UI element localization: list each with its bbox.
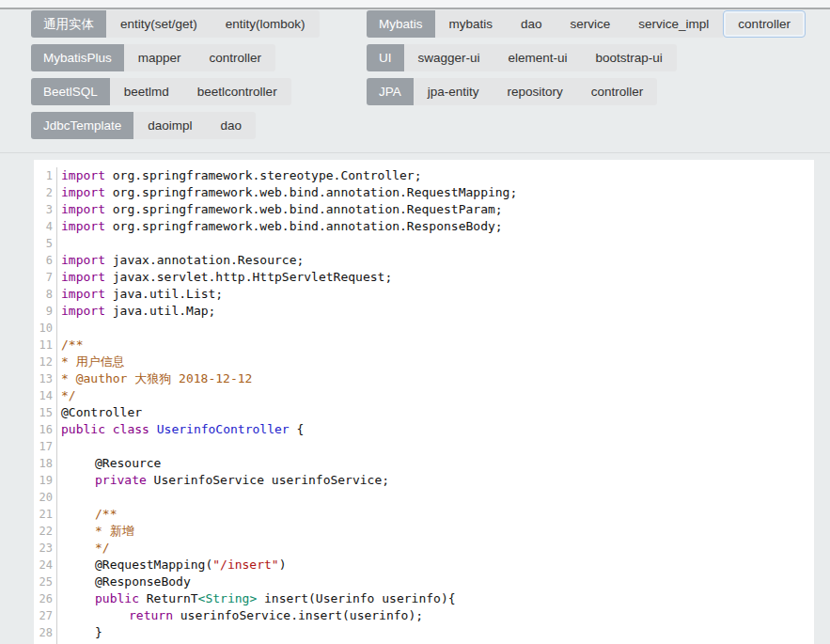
code-text: */ <box>57 387 76 404</box>
code-text: @Controller <box>57 404 142 421</box>
code-text: public class UserinfoController { <box>57 421 304 438</box>
line-number: 3 <box>34 201 57 218</box>
template-button-beetlsql-beetlmd[interactable]: beetlmd <box>110 78 183 105</box>
group-label-jpa: JPA <box>367 78 414 105</box>
code-text: import org.springframework.stereotype.Co… <box>57 167 422 184</box>
line-number: 9 <box>34 303 57 320</box>
line-number: 6 <box>34 252 57 269</box>
line-number: 5 <box>34 235 57 252</box>
code-text: return userinfoService.insert(userinfo); <box>57 607 423 624</box>
group-label-beetlsql: BeetlSQL <box>31 78 110 105</box>
code-line: 12* 用户信息 <box>34 353 814 370</box>
code-text <box>57 235 61 252</box>
group-label-ui: UI <box>367 44 404 71</box>
template-button-mybatis-dao[interactable]: dao <box>507 10 556 38</box>
code-line: 10 <box>34 320 814 337</box>
code-text: import org.springframework.web.bind.anno… <box>57 218 503 235</box>
code-line: 2import org.springframework.web.bind.ann… <box>34 184 814 201</box>
code-text: @Resource <box>57 455 161 472</box>
template-button-jdbctemplate-daoimpl[interactable]: daoimpl <box>133 112 206 139</box>
code-line: 17 <box>34 438 814 455</box>
code-text: * @author 大狼狗 2018-12-12 <box>57 370 252 387</box>
line-number: 2 <box>34 184 57 201</box>
code-text <box>57 438 61 455</box>
code-text: private UserinfoService userinfoService; <box>57 472 389 489</box>
line-number: 16 <box>34 421 57 438</box>
code-line: 1import org.springframework.stereotype.C… <box>34 167 814 184</box>
code-line: 24 @RequestMapping("/insert") <box>34 557 814 573</box>
code-text: */ <box>57 540 110 557</box>
code-line: 14*/ <box>34 387 814 404</box>
code-line: 21 /** <box>34 506 814 523</box>
top-strip <box>0 0 830 9</box>
code-line: 15@Controller <box>34 404 814 421</box>
code-line: 18 @Resource <box>34 455 814 472</box>
code-line: 8import java.util.List; <box>34 286 814 303</box>
group-label-通用实体: 通用实体 <box>31 10 106 38</box>
line-number: 19 <box>34 472 57 489</box>
code-line: 20 <box>34 489 814 506</box>
line-number: 15 <box>34 404 57 421</box>
template-group-ui: UIswagger-uielement-uibootstrap-ui <box>367 44 677 71</box>
template-button-ui-element-ui[interactable]: element-ui <box>494 44 582 71</box>
line-number: 22 <box>34 523 57 540</box>
code-text: import org.springframework.web.bind.anno… <box>57 184 517 201</box>
code-line: 9import java.util.Map; <box>34 303 814 320</box>
code-text: import javax.servlet.http.HttpServletReq… <box>57 269 392 286</box>
line-number: 8 <box>34 286 57 303</box>
code-line: 23 */ <box>34 540 814 557</box>
group-label-mybatis: Mybatis <box>367 10 435 38</box>
template-button-mybatis-service-impl[interactable]: service_impl <box>624 10 723 38</box>
line-number: 25 <box>34 573 57 590</box>
code-text <box>57 489 61 506</box>
template-button-beetlsql-beetlcontroller[interactable]: beetlcontroller <box>183 78 291 105</box>
code-panel[interactable]: 1import org.springframework.stereotype.C… <box>34 160 814 644</box>
template-button-通用实体-entity-lombok-[interactable]: entity(lombok) <box>211 10 320 38</box>
template-button-ui-bootstrap-ui[interactable]: bootstrap-ui <box>582 44 677 71</box>
template-button-ui-swagger-ui[interactable]: swagger-ui <box>404 44 494 71</box>
code-text: import java.util.List; <box>57 286 223 303</box>
template-button-mybatis-mybatis[interactable]: mybatis <box>435 10 508 38</box>
line-number: 28 <box>34 624 57 641</box>
template-button-通用实体-entity-set-get-[interactable]: entity(set/get) <box>106 10 211 38</box>
template-group-beetlsql: BeetlSQLbeetlmdbeetlcontroller <box>31 78 291 105</box>
template-button-jpa-jpa-entity[interactable]: jpa-entity <box>414 78 493 105</box>
group-label-jdbctemplate: JdbcTemplate <box>31 112 133 139</box>
line-number: 7 <box>34 269 57 286</box>
line-number: 11 <box>34 337 57 353</box>
line-number: 14 <box>34 387 57 404</box>
template-button-mybatis-controller[interactable]: controller <box>723 10 806 38</box>
line-number: 27 <box>34 607 57 624</box>
code-line: 26 public ReturnT<String> insert(Userinf… <box>34 590 814 607</box>
template-button-jdbctemplate-dao[interactable]: dao <box>207 112 257 139</box>
code-text: * 新增 <box>57 523 134 540</box>
code-text: import java.util.Map; <box>57 303 215 320</box>
code-line: 19 private UserinfoService userinfoServi… <box>34 472 814 489</box>
template-button-mybatis-service[interactable]: service <box>556 10 625 38</box>
line-number: 4 <box>34 218 57 235</box>
code-text: import org.springframework.web.bind.anno… <box>57 201 503 218</box>
template-button-mybatisplus-mapper[interactable]: mapper <box>124 44 196 71</box>
line-number: 13 <box>34 370 57 387</box>
template-button-jpa-repository[interactable]: repository <box>493 78 577 105</box>
code-line: 13* @author 大狼狗 2018-12-12 <box>34 370 814 387</box>
line-number: 20 <box>34 489 57 506</box>
line-number: 23 <box>34 540 57 557</box>
template-group-mybatisplus: MybatisPlusmappercontroller <box>31 44 275 71</box>
template-groups-left-column: 通用实体entity(set/get)entity(lombok)Mybatis… <box>31 10 320 139</box>
line-number: 1 <box>34 167 57 184</box>
group-label-mybatisplus: MybatisPlus <box>31 44 124 71</box>
template-button-jpa-controller[interactable]: controller <box>577 78 658 105</box>
code-line: 3import org.springframework.web.bind.ann… <box>34 201 814 218</box>
template-group-jdbctemplate: JdbcTemplatedaoimpldao <box>31 112 256 139</box>
code-line: 28 } <box>34 624 814 641</box>
code-line: 16public class UserinfoController { <box>34 421 814 438</box>
line-number: 21 <box>34 506 57 523</box>
line-number: 18 <box>34 455 57 472</box>
template-group-通用实体: 通用实体entity(set/get)entity(lombok) <box>31 10 320 38</box>
code-text <box>57 320 61 337</box>
line-number: 10 <box>34 320 57 337</box>
code-line: 25 @ResponseBody <box>34 573 814 590</box>
code-line: 27 return userinfoService.insert(userinf… <box>34 607 814 624</box>
template-button-mybatisplus-controller[interactable]: controller <box>196 44 276 71</box>
